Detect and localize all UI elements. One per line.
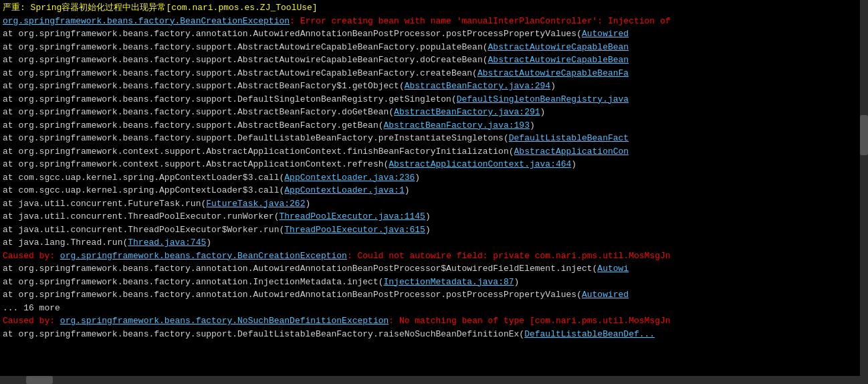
console-line: at org.springframework.beans.factory.sup… <box>3 41 865 54</box>
stack-text: at org.springframework.beans.factory.sup… <box>3 107 394 117</box>
stack-link[interactable]: AppContextLoader.java:236 <box>284 173 415 183</box>
stack-link[interactable]: org.springframework.beans.factory.BeanCr… <box>60 251 347 261</box>
stack-link[interactable]: AbstractBeanFactory.java:294 <box>405 81 550 91</box>
stack-text: ) <box>206 237 211 248</box>
stack-text: at java.util.concurrent.FutureTask.run( <box>3 199 206 209</box>
stack-text: : Error creating bean with name 'manualI… <box>290 16 671 26</box>
stack-link[interactable]: AbstractAutowireCapableBeanFa <box>477 68 629 78</box>
stack-link[interactable]: AbstractBeanFactory.java:193 <box>384 120 530 130</box>
stack-text: ) <box>305 199 310 209</box>
stack-link[interactable]: ThreadPoolExecutor.java:615 <box>284 225 425 235</box>
stack-link[interactable]: ThreadPoolExecutor.java:1145 <box>279 211 425 221</box>
stack-text: ) <box>415 173 420 183</box>
console-line: at org.springframework.beans.factory.sup… <box>3 132 865 145</box>
console-line: at org.springframework.beans.factory.sup… <box>3 119 865 132</box>
stack-link[interactable]: DefaultSingletonBeanRegistry.java <box>457 94 629 104</box>
console-line: at org.springframework.context.support.A… <box>3 145 865 159</box>
stack-link[interactable]: DefaultListableBeanFact <box>509 133 629 143</box>
stack-text: : Could not autowire field: private com.… <box>347 251 671 261</box>
stack-link[interactable]: InjectionMetadata.java:87 <box>384 277 514 287</box>
stack-text: ) <box>425 211 431 221</box>
stack-text: at org.springframework.beans.factory.sup… <box>3 133 509 143</box>
stack-link[interactable]: AppContextLoader.java:1 <box>284 185 404 195</box>
stack-text: at org.springframework.beans.factory.ann… <box>3 277 384 287</box>
console-line: Caused by: org.springframework.beans.fac… <box>3 314 865 328</box>
console-line: Caused by: org.springframework.beans.fac… <box>3 250 865 263</box>
console-line: at org.springframework.beans.factory.sup… <box>3 80 865 93</box>
stack-link[interactable]: Autowi <box>597 264 629 274</box>
stack-text: at com.sgcc.uap.kernel.spring.AppContext… <box>3 173 284 183</box>
stack-link[interactable]: Autowired <box>582 29 629 39</box>
stack-text: ) <box>530 120 535 130</box>
console-line: at org.springframework.beans.factory.sup… <box>3 67 865 80</box>
console-line: at org.springframework.beans.factory.sup… <box>3 328 865 341</box>
stack-text: ) <box>571 159 576 169</box>
stack-link[interactable]: org.springframework.beans.factory.BeanCr… <box>3 16 290 26</box>
stack-link[interactable]: org.springframework.beans.factory.NoSuch… <box>60 316 389 326</box>
console-line: at org.springframework.beans.factory.sup… <box>3 106 865 119</box>
console-container: 严重: Spring容器初始化过程中出现异常[com.nari.pmos.es.… <box>0 0 868 384</box>
console-line: ... 16 more <box>3 302 865 315</box>
stack-link[interactable]: Autowired <box>582 290 629 300</box>
stack-text: at com.sgcc.uap.kernel.spring.AppContext… <box>3 185 284 195</box>
stack-link[interactable]: AbstractAutowireCapableBean <box>488 55 629 65</box>
stack-text: at org.springframework.context.support.A… <box>3 147 514 157</box>
console-line: at org.springframework.context.support.A… <box>3 158 865 171</box>
stack-text: at org.springframework.beans.factory.sup… <box>3 42 488 52</box>
console-line: 严重: Spring容器初始化过程中出现异常[com.nari.pmos.es.… <box>3 1 865 15</box>
stack-text: at org.springframework.beans.factory.ann… <box>3 290 582 300</box>
console-line: at org.springframework.beans.factory.ann… <box>3 276 865 289</box>
console-line: at com.sgcc.uap.kernel.spring.AppContext… <box>3 171 865 185</box>
stack-link[interactable]: AbstractApplicationCon <box>514 147 629 157</box>
stack-text: at org.springframework.beans.factory.ann… <box>3 29 582 39</box>
console-content: 严重: Spring容器初始化过程中出现异常[com.nari.pmos.es.… <box>0 0 868 384</box>
stack-link[interactable]: AbstractBeanFactory.java:291 <box>394 107 540 117</box>
console-line: at java.util.concurrent.ThreadPoolExecut… <box>3 210 865 223</box>
stack-text: ) <box>425 225 431 235</box>
stack-link[interactable]: AbstractAutowireCapableBean <box>488 42 629 52</box>
stack-text: ... 16 more <box>3 303 60 313</box>
stack-text: at java.util.concurrent.ThreadPoolExecut… <box>3 225 284 235</box>
console-line: at com.sgcc.uap.kernel.spring.AppContext… <box>3 184 865 197</box>
stack-text: at org.springframework.beans.factory.sup… <box>3 68 477 78</box>
stack-text: Caused by: <box>3 251 60 261</box>
scrollbar-thumb-x[interactable] <box>26 376 53 384</box>
stack-text: at org.springframework.beans.factory.ann… <box>3 264 597 274</box>
console-line: at org.springframework.beans.factory.ann… <box>3 288 865 302</box>
console-line: at org.springframework.beans.factory.sup… <box>3 93 865 106</box>
stack-text: at org.springframework.beans.factory.sup… <box>3 94 457 104</box>
stack-text: ) <box>540 107 546 117</box>
scrollbar-y[interactable] <box>860 0 868 384</box>
stack-text: at org.springframework.beans.factory.sup… <box>3 120 384 130</box>
console-line: at org.springframework.beans.factory.sup… <box>3 54 865 67</box>
scrollbar-x[interactable] <box>0 376 860 384</box>
stack-text: at java.util.concurrent.ThreadPoolExecut… <box>3 211 279 221</box>
stack-text: 严重: Spring容器初始化过程中出现异常[com.nari.pmos.es.… <box>3 3 318 13</box>
console-line: at java.util.concurrent.FutureTask.run(F… <box>3 197 865 211</box>
console-line: at org.springframework.beans.factory.ann… <box>3 262 865 276</box>
stack-text: Caused by: <box>3 316 60 326</box>
stack-text: at java.lang.Thread.run( <box>3 237 128 248</box>
stack-text: ) <box>405 185 410 195</box>
scrollbar-thumb-y[interactable] <box>860 115 868 155</box>
stack-text: : No matching bean of type [com.nari.pms… <box>389 316 670 326</box>
stack-text: at org.springframework.beans.factory.sup… <box>3 81 405 91</box>
stack-link[interactable]: AbstractApplicationContext.java:464 <box>389 159 571 169</box>
stack-text: at org.springframework.context.support.A… <box>3 159 389 169</box>
console-line: org.springframework.beans.factory.BeanCr… <box>3 15 865 28</box>
console-line: at org.springframework.beans.factory.ann… <box>3 27 865 41</box>
stack-link[interactable]: FutureTask.java:262 <box>206 199 305 209</box>
stack-text: ) <box>550 81 556 91</box>
console-line: at java.lang.Thread.run(Thread.java:745) <box>3 236 865 250</box>
stack-text: at org.springframework.beans.factory.sup… <box>3 55 488 65</box>
stack-link[interactable]: Thread.java:745 <box>128 237 206 248</box>
stack-text: at org.springframework.beans.factory.sup… <box>3 329 524 339</box>
stack-text: ) <box>514 277 520 287</box>
stack-link[interactable]: DefaultListableBeanDef... <box>524 329 655 339</box>
console-line: at java.util.concurrent.ThreadPoolExecut… <box>3 223 865 237</box>
